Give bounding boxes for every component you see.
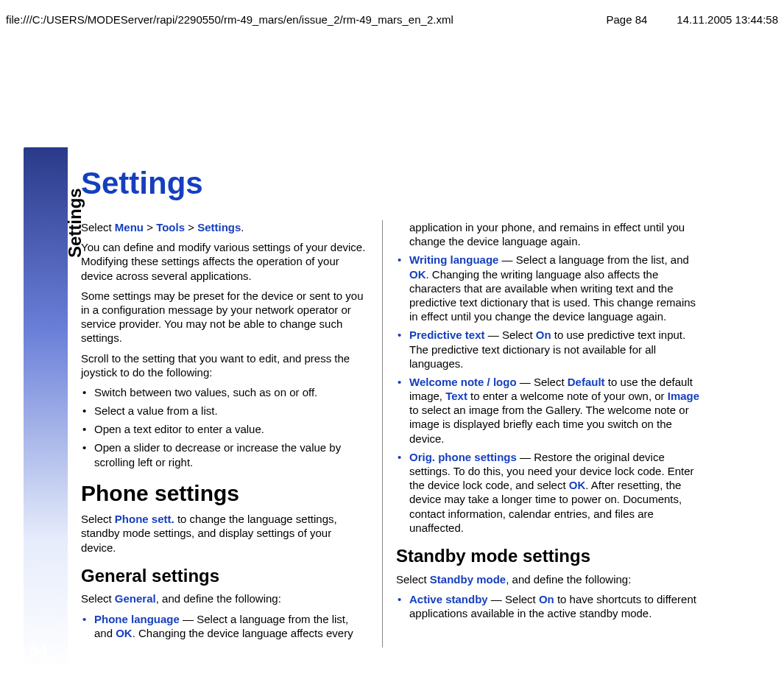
list-item: Orig. phone settings — Restore the origi… [396,450,701,535]
breadcrumb-line: Select Menu > Tools > Settings. [81,220,369,234]
text: , and define the following: [156,592,281,605]
on-label: On [536,329,551,341]
file-path: file:///C:/USERS/MODEServer/rapi/2290550… [6,13,453,26]
text: . Changing the device language affects e… [133,627,353,639]
welcome-note-label: Welcome note / logo [409,376,517,388]
phone-sett-link: Phone sett. [115,513,174,525]
standby-list: Active standby — Select On to have short… [396,592,701,620]
default-label: Default [568,376,605,388]
text: to enter a welcome note of your own, or [467,390,668,402]
intro-bullets: Switch between two values, such as on or… [81,385,369,469]
text: — [517,376,534,388]
text: Select [505,593,539,605]
general-settings-lead: Select General, and define the following… [81,591,369,605]
text: — [485,329,502,341]
continuation: application in your phone, and remains i… [409,220,701,248]
phone-language-label: Phone language [94,613,180,625]
text: . [241,221,244,233]
list-item: Switch between two values, such as on or… [81,385,369,399]
page-indicator: Page 84 [606,13,647,26]
writing-language-label: Writing language [409,253,498,266]
page-number: 84 [29,641,47,660]
list-item: Welcome note / logo — Select Default to … [396,375,701,446]
text: to select an image from the Gallery. The… [409,404,689,444]
ok-label: OK [569,479,586,491]
predictive-text-label: Predictive text [409,329,485,341]
text: , and define the following: [506,573,631,586]
text: > [144,221,156,233]
on-label: On [539,593,554,605]
general-settings-heading: General settings [81,565,369,588]
general-link: General [115,592,156,605]
text: Select [502,329,536,341]
columns: Select Menu > Tools > Settings. You can … [81,220,758,647]
datetime: 14.11.2005 13:44:58 [677,13,778,26]
list-item: Active standby — Select On to have short… [396,592,701,620]
page-title: Settings [81,166,758,201]
list-item: Predictive text — Select On to use predi… [396,328,701,370]
ok-label: OK [409,268,426,281]
orig-phone-settings-label: Orig. phone settings [409,451,517,463]
settings-link: Settings [197,221,241,233]
text: Select [534,376,568,388]
standby-mode-link: Standby mode [430,573,506,586]
print-header: file:///C:/USERS/MODEServer/rapi/2290550… [0,13,784,26]
text: > [185,221,197,233]
intro-p4: Scroll to the setting that you want to e… [81,351,369,379]
text: Select [396,573,430,586]
phone-settings-heading: Phone settings [81,480,369,507]
general-list-right: Writing language — Select a language fro… [396,253,701,535]
list-item: Phone language — Select a language from … [81,612,369,640]
text: Select [81,221,115,233]
list-item: Writing language — Select a language fro… [396,253,701,323]
intro-p3: Some settings may be preset for the devi… [81,289,369,345]
menu-link: Menu [115,221,144,233]
text: Select [81,592,115,605]
text: — [488,593,505,605]
text: — [180,613,197,625]
active-standby-label: Active standby [409,593,488,605]
list-item: Open a slider to decrease or increase th… [81,440,369,468]
general-list-left: Phone language — Select a language from … [81,612,369,640]
standby-heading: Standby mode settings [396,545,701,568]
text-label: Text [445,390,467,402]
side-bar-gradient [24,147,68,670]
standby-lead: Select Standby mode, and define the foll… [396,572,701,586]
ok-label: OK [116,627,133,639]
text: . Changing the writing language also aff… [409,268,696,323]
phone-settings-text: Select Phone sett. to change the languag… [81,512,369,555]
text: Select [81,513,115,525]
intro-p2: You can define and modify various settin… [81,240,369,283]
column-left: Select Menu > Tools > Settings. You can … [81,220,383,647]
side-tab: Settings [24,147,68,670]
text: — [517,451,534,463]
tools-link: Tools [156,221,185,233]
text: — [498,253,515,266]
list-item: Select a value from a list. [81,404,369,418]
image-label: Image [668,390,699,402]
text: Select a language from the list, and [516,253,689,266]
list-item: Open a text editor to enter a value. [81,422,369,436]
content: Settings Select Menu > Tools > Settings.… [81,166,758,674]
column-right: application in your phone, and remains i… [383,220,701,647]
